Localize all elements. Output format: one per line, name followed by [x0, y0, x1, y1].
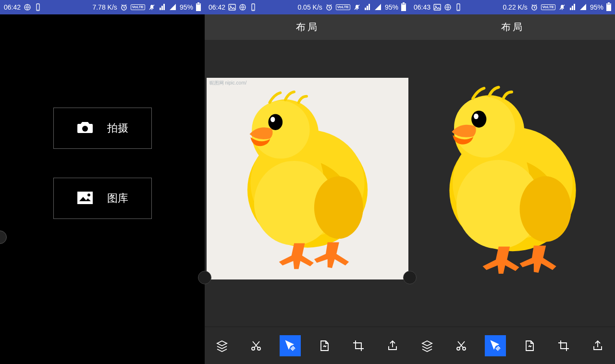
volte-badge: VoLTE [541, 4, 555, 10]
gallery-label: 图库 [107, 191, 128, 206]
tool-share[interactable] [587, 335, 608, 356]
camera-label: 拍摄 [107, 121, 128, 135]
alarm-icon [530, 3, 538, 11]
globe-icon [444, 3, 452, 11]
battery-icon [196, 3, 201, 11]
globe-icon [24, 3, 31, 11]
mute-icon [148, 3, 156, 11]
signal-icon [169, 3, 177, 11]
tool-select[interactable] [280, 335, 301, 356]
status-bar: 06:43 0.22 K/s VoLTE 95% [410, 0, 615, 14]
image-watermark: 昵图网 nipic.com/ [209, 80, 247, 86]
source-picker: 拍摄 图库 [0, 14, 205, 364]
signal-4g-icon [364, 3, 371, 11]
phone-icon [249, 3, 257, 11]
volte-badge: VoLTE [131, 4, 145, 10]
chick-image [223, 87, 392, 270]
status-speed: 0.22 K/s [503, 3, 527, 11]
camera-icon [76, 120, 94, 137]
editor-canvas[interactable] [410, 40, 615, 327]
status-battery: 95% [385, 3, 398, 11]
tool-page[interactable] [314, 335, 335, 356]
phone-icon [34, 3, 42, 11]
tool-crop[interactable] [553, 335, 574, 356]
signal-4g-icon [569, 3, 577, 11]
gallery-button[interactable]: 图库 [53, 178, 152, 219]
tool-select[interactable] [485, 335, 506, 356]
toolbar [205, 327, 410, 364]
side-handle[interactable] [403, 271, 417, 284]
volte-badge: VoLTE [336, 4, 350, 10]
gallery-icon [76, 190, 94, 207]
status-time: 06:42 [209, 3, 225, 11]
signal-4g-icon [159, 3, 166, 11]
editor-canvas[interactable]: 昵图网 nipic.com/ [205, 40, 410, 327]
picture-icon [228, 3, 236, 11]
globe-icon [239, 3, 246, 11]
mute-icon [353, 3, 361, 11]
image-with-background[interactable]: 昵图网 nipic.com/ [207, 78, 408, 279]
page-title: 布局 [410, 14, 615, 40]
tool-cut[interactable] [246, 335, 267, 356]
camera-button[interactable]: 拍摄 [53, 108, 152, 149]
status-speed: 0.05 K/s [297, 3, 322, 11]
status-time: 06:43 [414, 3, 430, 11]
battery-icon [606, 3, 611, 11]
signal-icon [579, 3, 587, 11]
tool-page[interactable] [519, 335, 540, 356]
status-speed: 7.78 K/s [92, 3, 117, 11]
side-handle[interactable] [198, 271, 211, 284]
alarm-icon [325, 3, 333, 11]
status-bar: 06:42 7.78 K/s VoLTE 95% [0, 0, 205, 14]
signal-icon [374, 3, 382, 11]
screen-1: 06:42 7.78 K/s VoLTE 95% 拍摄 [0, 0, 205, 364]
page-title: 布局 [205, 14, 410, 40]
phone-icon [455, 3, 462, 11]
status-time: 06:42 [4, 3, 21, 11]
status-bar: 06:42 0.05 K/s VoLTE 95% [205, 0, 410, 14]
status-battery: 95% [590, 3, 603, 11]
picture-icon [433, 3, 441, 11]
screen-3: 06:43 0.22 K/s VoLTE 95% 布局 [410, 0, 615, 364]
toolbar [410, 327, 615, 364]
tool-layers[interactable] [211, 335, 233, 356]
status-battery: 95% [180, 3, 193, 11]
chick-image-cutout[interactable] [426, 83, 599, 275]
screen-2: 06:42 0.05 K/s VoLTE 95% 布局 昵图网 nipic.co… [205, 0, 410, 364]
tool-layers[interactable] [417, 335, 438, 356]
tool-share[interactable] [382, 335, 403, 356]
tool-crop[interactable] [348, 335, 369, 356]
battery-icon [401, 3, 406, 11]
tool-cut[interactable] [451, 335, 472, 356]
alarm-icon [120, 3, 128, 11]
mute-icon [558, 3, 566, 11]
